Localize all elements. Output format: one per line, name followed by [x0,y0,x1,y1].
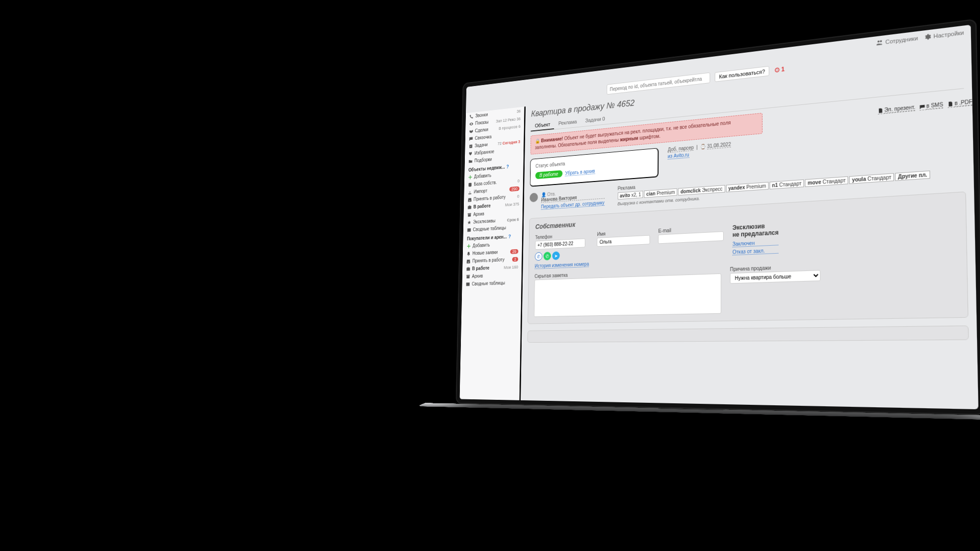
tab-object[interactable]: Объект [531,119,554,132]
reason-select[interactable]: Нужна квартира больше [730,270,821,283]
excl-refused-link[interactable]: Отказ от закл. [733,247,779,255]
sidebar-label: База собств. [474,180,497,186]
settings-label: Настройки [933,29,964,39]
whatsapp-button[interactable]: ✆ [544,252,551,260]
inbox-icon [466,259,470,263]
sidebar-label: Новые заявки [472,250,498,256]
sidebar-label: Добавить [474,173,491,180]
aim-indicator[interactable]: 1 [774,66,785,74]
briefcase-icon [466,267,470,271]
tab-ads[interactable]: Реклама [554,116,581,129]
inbox-icon [468,197,472,202]
star-icon [467,220,471,224]
ad-chip[interactable]: domclick Экспресс [678,185,725,195]
phone-history-link[interactable]: История изменения номера [535,261,589,269]
table-icon [467,227,471,232]
alert-bold: Внимание! [541,136,563,143]
ad-chip[interactable]: n1 Стандарт [769,180,804,189]
employees-label: Сотрудники [885,35,918,45]
sidebar-count: Срок 6 [507,217,519,222]
ad-chip[interactable]: cian Premium [644,188,677,198]
name-input[interactable] [597,235,650,247]
plus-icon [467,244,471,248]
added-date: 31.08.2022 [707,142,731,150]
ad-chip[interactable]: move Стандарт [805,177,849,187]
exclusive-block: Эксклюзив не предлагался Заключен Отказ … [733,222,779,255]
pdf-icon [948,101,954,107]
secret-note-wrap: Скрытая заметка [534,267,721,317]
sidebar-label: Показы [475,119,489,126]
table-icon [466,282,470,286]
sidebar-item-pivot-buyers[interactable]: Сводные таблицы [462,278,521,288]
export-links: Эл. презент. в SMS в .PDF [878,98,973,114]
email-field-wrap: E-mail [658,225,724,244]
sale-reason-wrap: Причина продажи Нужна квартира больше [730,263,821,283]
sidebar-label: Сводные таблицы [472,280,505,286]
alert-bold: жирным [620,135,639,142]
status-label: Статус объекта [536,154,653,169]
ad-chip[interactable]: youla Стандарт [849,173,894,184]
doc-icon [878,108,883,114]
ad-chip[interactable]: Другие пл. [895,171,930,181]
excl-line1: Эксклюзив [733,222,778,231]
sidebar-label: В работе [473,203,491,209]
app-screen: Сотрудники Настройки Как пользоваться? 1 [460,25,979,409]
export-pdf-button[interactable]: в .PDF [948,98,973,108]
sidebar: Звонки36 ПоказыЗап 12 Реко 36 СделкиВ пр… [460,106,525,400]
help-icon[interactable]: ? [508,234,511,239]
phone-input[interactable] [535,238,585,250]
sidebar-count: 0 [517,194,519,198]
briefcase-icon [468,205,472,209]
archive-icon [467,212,471,217]
sidebar-count: Мои 375 [505,201,519,207]
database-icon [468,182,472,187]
sidebar-label: Добавить [472,242,490,248]
bell-icon [467,251,471,256]
sidebar-badge: 2 [512,257,518,262]
responsible-user: 👤 Отв. Иванова Виктория Передать объект … [530,188,605,210]
check-icon [469,144,473,149]
excl-line2: не предлагался [733,229,779,238]
sidebar-label: Связочка [475,134,492,141]
sidebar-badge: 29 [510,249,518,254]
next-card-placeholder [528,326,969,343]
telegram-button[interactable]: ➤ [552,251,559,260]
sidebar-label: Сделки [475,127,488,133]
name-field-wrap: Имя [597,229,650,247]
target-icon [774,67,780,73]
settings-link[interactable]: Настройки [924,29,964,40]
phone-field-wrap: Телефон ✆ ✆ ➤ История изменения номера [535,232,589,270]
archive-link[interactable]: Убрать в архив [565,169,595,177]
sidebar-label: Избранное [474,149,494,156]
sidebar-label: Сводные таблицы [473,225,506,232]
source-link[interactable]: из Avito.ru [668,152,689,160]
ad-chip[interactable]: avito x2, 1 [618,191,644,200]
secret-note-textarea[interactable] [534,274,721,317]
folder-icon [468,159,472,164]
ad-chip[interactable]: yandex Premium [726,182,768,192]
export-present-button[interactable]: Эл. презент. [878,104,915,114]
sidebar-badge: 290 [509,186,519,191]
sidebar-count: В процессе 6 [499,124,521,130]
gear-icon [924,33,931,40]
export-sms-button[interactable]: в SMS [920,101,943,110]
call-button[interactable]: ✆ [535,252,543,261]
meta-info: Доб. парсер | ⌚ 31.08.2022 из Avito.ru [668,142,731,161]
help-icon[interactable]: ? [506,164,509,169]
heart-icon [469,151,473,156]
sidebar-label: Архив [472,274,483,279]
archive-icon [466,274,470,278]
how-to-button[interactable]: Как пользоваться? [715,66,769,82]
sidebar-label: Звонки [475,112,488,118]
main-content: Квартира в продажу № 4652 Объект Реклама… [520,57,979,409]
tab-tasks[interactable]: Задачи 0 [581,113,609,126]
sidebar-label: Эксклюзивы [473,218,495,225]
sidebar-count: 72 [498,141,502,146]
employees-link[interactable]: Сотрудники [876,35,918,46]
chat-icon [469,136,473,141]
excl-concluded-link[interactable]: Заключен [733,239,779,247]
comm-icons: ✆ ✆ ➤ [535,250,589,261]
owner-card: Собственник Телефон ✆ ✆ ➤ [528,191,968,324]
avatar [530,192,538,202]
reason-label: Причина продажи [730,263,821,272]
